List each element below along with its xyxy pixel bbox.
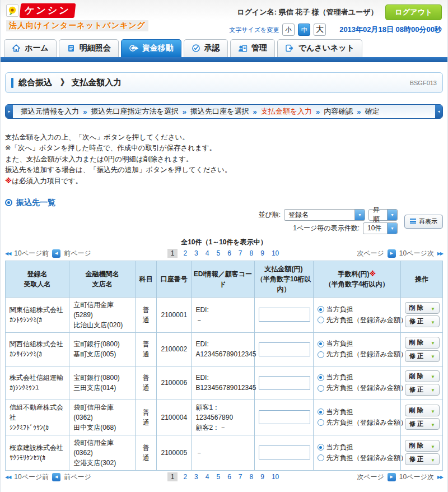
page-number-link[interactable]: 9 [259, 473, 266, 481]
payment-amount-input[interactable] [259, 308, 310, 322]
payment-amount-input[interactable] [259, 445, 310, 459]
account-number: 2100006 [157, 366, 192, 400]
payee-kana-name: ｼﾝｸﾐﾌﾄﾞｳｻﾝ(ｶ [10, 423, 65, 433]
step-4-current: 支払金額を入力 [261, 106, 312, 117]
dropdown-triangle-icon [431, 456, 435, 463]
person-icon [238, 44, 248, 53]
page-number-link[interactable]: 8 [248, 473, 255, 481]
page-number-link[interactable]: 10 [270, 473, 281, 481]
prev-page-icon[interactable] [52, 473, 60, 481]
radio-icon [318, 454, 324, 461]
per-page-select[interactable]: 10件 [363, 222, 398, 234]
next-10-pages-link[interactable]: 10ページ次 [399, 249, 434, 258]
col-edi-info: EDI情報／顧客コード [192, 261, 254, 297]
tab-admin[interactable]: 管理 [230, 39, 275, 57]
fee-self-radio[interactable]: 当方負担 [318, 407, 396, 417]
fee-other-radio[interactable]: 先方負担（登録済み金額） [318, 349, 396, 360]
radio-selected-icon [318, 306, 324, 313]
tab-statement-inquiry[interactable]: 明細照会 [59, 39, 119, 57]
fee-other-radio[interactable]: 先方負担（登録済み金額） [318, 417, 396, 428]
next-10-pages-link[interactable]: 10ページ次 [399, 472, 434, 482]
prev-10-pages-icon [5, 251, 11, 256]
prev-10-pages-link[interactable]: 10ページ前 [14, 472, 49, 482]
fee-self-radio[interactable]: 当方負担 [318, 338, 396, 349]
required-mark: ※ [5, 177, 12, 185]
modify-button[interactable]: 修 正 [405, 350, 440, 362]
header-right: ログイン名: 県信 花子 様（管理者ユーザ） ログアウト 文字サイズを変更 小 … [229, 3, 442, 36]
font-size-large-button[interactable]: 大 [314, 24, 326, 36]
page-number-link[interactable]: 2 [181, 473, 189, 481]
page-number-link[interactable]: 4 [204, 473, 211, 481]
delete-button[interactable]: 削 除 [405, 440, 440, 452]
page-number-link[interactable]: 5 [214, 249, 222, 257]
prev-page-icon[interactable] [52, 249, 60, 258]
font-size-small-button[interactable]: 小 [282, 24, 295, 36]
page-number-link[interactable]: 3 [193, 249, 200, 257]
prev-page-link[interactable]: 前ページ [64, 472, 91, 482]
page-number-link[interactable]: 2 [181, 249, 189, 257]
tab-funds-transfer[interactable]: 資金移動 [121, 39, 181, 57]
fee-other-radio[interactable]: 先方負担（登録済み金額） [318, 383, 396, 393]
radio-selected-icon [318, 341, 324, 347]
delete-button[interactable]: 削 除 [405, 405, 440, 416]
next-page-link[interactable]: 次ページ [357, 249, 384, 258]
main-content: 総合振込 》 支払金額入力 BSGF013 振込元情報を入力 » 振込先口座指定… [1, 72, 447, 492]
page-number-link[interactable]: 6 [226, 473, 233, 481]
payee-registered-name: 桜森建設株式会社 [10, 443, 65, 453]
bank-name: 立町信用金庫(5289) [73, 300, 131, 320]
bank-name: 宝町銀行(0800) [73, 373, 131, 383]
sort-key-select[interactable]: 登録名 [284, 209, 365, 221]
delete-button[interactable]: 削 除 [405, 370, 440, 382]
progress-steps: 振込元情報を入力 » 振込先口座指定方法を選択 » 振込先口座を選択 » 支払金… [5, 104, 443, 119]
modify-button[interactable]: 修 正 [405, 453, 440, 465]
page-number-link[interactable]: 9 [259, 249, 266, 257]
tab-densai-net[interactable]: でんさいネット [277, 39, 362, 57]
delete-button[interactable]: 削 除 [405, 302, 440, 314]
modify-button[interactable]: 修 正 [405, 315, 440, 327]
sort-direction-select[interactable]: 昇順 [368, 209, 398, 221]
chevron-down-icon [354, 210, 365, 220]
required-note: ※は必須入力項目です。 [5, 176, 443, 187]
branch-name: 基町支店(005) [73, 349, 131, 359]
page-number-link[interactable]: 5 [214, 473, 222, 481]
modify-button[interactable]: 修 正 [405, 384, 440, 396]
redisplay-button[interactable]: 再表示 [404, 215, 443, 229]
prev-page-link[interactable]: 前ページ [64, 249, 91, 258]
step-3: 振込先口座を選択 [190, 106, 249, 117]
fee-other-radio[interactable]: 先方負担（登録済み金額） [318, 453, 396, 463]
page-number-link[interactable]: 6 [226, 249, 233, 257]
payee-kana-name: ｻｸﾗﾓﾘｹﾝｾﾂ(ｶ [10, 453, 65, 463]
next-page-icon[interactable] [388, 249, 396, 258]
check-circle-icon [192, 44, 200, 53]
page-number-link[interactable]: 10 [270, 249, 281, 257]
logout-button[interactable]: ログアウト [385, 4, 442, 20]
fee-other-radio[interactable]: 先方負担（登録済み金額） [318, 315, 396, 326]
next-page-link[interactable]: 次ページ [357, 472, 384, 482]
dropdown-triangle-icon [431, 352, 435, 359]
delete-button[interactable]: 削 除 [405, 337, 440, 349]
font-size-medium-button[interactable]: 中 [298, 24, 310, 36]
fee-self-radio[interactable]: 当方負担 [318, 304, 396, 315]
page-number-link[interactable]: 4 [204, 249, 211, 257]
screen-code: BSGF013 [410, 80, 437, 86]
page-number-current: 1 [167, 472, 178, 481]
payment-amount-input[interactable] [259, 410, 310, 424]
page-number-link[interactable]: 8 [248, 249, 255, 257]
tab-home[interactable]: ホーム [4, 39, 57, 57]
page-number-link[interactable]: 7 [237, 473, 244, 481]
prev-10-pages-link[interactable]: 10ページ前 [14, 249, 49, 258]
exit-arrow-icon [285, 44, 295, 53]
step-6: 確定 [365, 106, 379, 117]
payment-amount-input[interactable] [259, 342, 310, 356]
next-page-icon[interactable] [388, 473, 396, 481]
pagination-bottom: 10ページ前 前ページ 1 2 3 4 5 6 7 8 9 10 次ページ 10… [5, 472, 443, 482]
page-number-link[interactable]: 3 [193, 473, 200, 481]
fee-self-radio[interactable]: 当方負担 [318, 442, 396, 453]
col-account-type: 科目 [136, 261, 157, 297]
page-number-link[interactable]: 7 [237, 249, 244, 257]
modify-button[interactable]: 修 正 [405, 418, 440, 430]
fee-self-radio[interactable]: 当方負担 [318, 372, 396, 383]
payment-amount-input[interactable] [259, 376, 310, 390]
edi-info-line2: A123456789012345 [195, 349, 250, 359]
tab-approval[interactable]: 承認 [184, 39, 228, 57]
